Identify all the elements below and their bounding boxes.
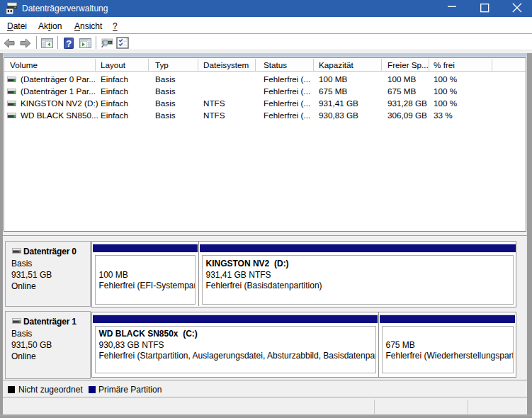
svg-text:?: ? (66, 38, 72, 49)
